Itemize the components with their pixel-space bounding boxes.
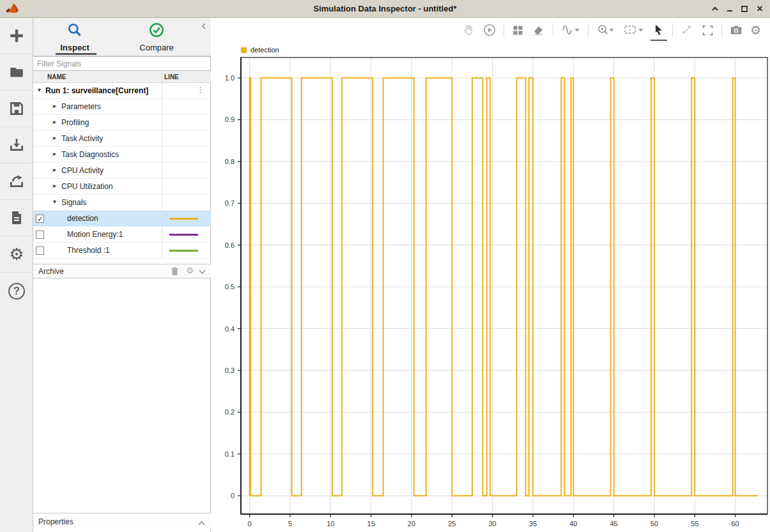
signal-row[interactable]: Motion Energy:1 [33,227,211,243]
group-label: Profiling [61,118,89,127]
signal-tree: ▾ Run 1: surveillance[Current] ⋮ ▸Parame… [33,83,211,259]
cursor-icon [652,23,665,37]
table-header: NAME LINE [33,71,211,83]
active-tool-underline [651,40,667,41]
signal-label: Motion Energy:1 [67,230,123,239]
signal-checkbox[interactable] [36,247,44,255]
clear-subplot-button[interactable] [532,23,546,37]
signals-group-label: Signals [61,198,86,207]
tab-inspect[interactable]: Inspect [36,22,113,52]
collapsed-triangle-icon[interactable]: ▸ [53,182,56,189]
plot-canvas[interactable]: 05101520253035404550556000.10.20.30.40.5… [211,42,770,532]
svg-text:0.8: 0.8 [225,158,235,165]
collapsed-triangle-icon[interactable]: ▸ [53,118,56,125]
svg-text:0: 0 [231,492,235,499]
svg-text:40: 40 [569,520,577,528]
tree-row-group[interactable]: ▸Task Activity [33,131,211,147]
archive-label: Archive [38,267,64,276]
signal-row[interactable]: Threshold :1 [33,243,211,259]
folder-icon [8,64,25,80]
document-icon [9,209,24,226]
svg-text:0.5: 0.5 [225,283,235,291]
fullscreen-button[interactable] [701,24,714,37]
fit-to-view-button[interactable] [622,23,645,37]
svg-text:50: 50 [651,520,658,528]
svg-text:0.4: 0.4 [225,325,235,333]
toolbar-divider [504,23,504,37]
group-label: CPU Activity [61,166,104,175]
expand-button[interactable] [680,23,694,37]
kebab-menu-icon[interactable]: ⋮ [196,85,204,95]
save-icon [8,100,25,117]
collapsed-triangle-icon[interactable]: ▸ [53,166,56,173]
collapse-sidebar-button[interactable] [199,22,208,31]
filter-signals-input[interactable] [33,56,211,71]
tree-row-signals-group[interactable]: ▾ Signals [33,195,211,211]
search-icon [66,22,83,38]
line-style-swatch [169,218,198,220]
svg-text:5: 5 [288,520,292,528]
toolbar-divider [672,23,673,37]
tree-row-group[interactable]: ▸Task Diagnostics [33,147,211,163]
svg-text:60: 60 [731,520,739,528]
tree-row-group[interactable]: ▸Parameters [33,99,211,115]
line-style-swatch [169,234,198,236]
collapsed-triangle-icon[interactable]: ▸ [53,102,56,109]
collapsed-triangle-icon[interactable]: ▸ [53,150,56,157]
tree-row-group[interactable]: ▸CPU Utilization [33,179,211,195]
run-label: Run 1: surveillance[Current] [45,86,148,95]
signal-label: detection [67,214,98,223]
hand-icon [461,23,475,37]
open-button[interactable] [0,54,33,91]
expand-triangle-icon[interactable]: ▾ [38,86,41,93]
export-button[interactable] [0,163,33,200]
pointer-button[interactable] [652,23,665,37]
add-run-button[interactable] [0,18,33,54]
gear-icon[interactable]: ⚙ [186,266,194,275]
zoom-button[interactable] [596,23,615,37]
import-button[interactable] [0,127,33,163]
chevron-down-icon[interactable] [198,267,206,278]
signal-checkbox[interactable]: ✓ [36,215,44,223]
signal-browser-panel: Inspect Compare NAME LINE ▾ Run 1: surve… [33,18,211,532]
pan-button[interactable] [461,23,475,37]
toolbar-divider [553,23,553,37]
minimize-button[interactable] [723,3,736,15]
help-button[interactable]: ? [0,273,33,309]
signal-row[interactable]: ✓detection [33,211,211,227]
create-report-button[interactable] [0,200,33,236]
properties-section[interactable]: Properties [33,513,211,529]
tab-compare[interactable]: Compare [118,22,195,52]
close-button[interactable]: × [753,3,766,15]
collapsed-triangle-icon[interactable]: ▸ [53,134,56,141]
svg-text:0.6: 0.6 [225,241,235,249]
tree-row-group[interactable]: ▸CPU Activity [33,163,211,179]
svg-text:1.0: 1.0 [225,74,235,82]
snapshot-button[interactable] [729,23,743,37]
replay-button[interactable] [482,23,497,37]
chart-settings-button[interactable]: ⚙ [750,24,761,36]
maximize-button[interactable] [738,3,751,15]
svg-text:45: 45 [610,520,617,528]
left-toolstrip: ⚙ ? [0,18,33,532]
collapse-window-button[interactable] [709,3,721,15]
subplots-grid-button[interactable] [511,24,525,37]
save-button[interactable] [0,91,33,127]
signal-options-button[interactable] [560,23,581,37]
tree-row-run[interactable]: ▾ Run 1: surveillance[Current] ⋮ [33,83,211,99]
column-name: NAME [47,73,66,80]
check-circle-icon [148,22,165,38]
signal-checkbox[interactable] [36,231,44,239]
properties-label: Properties [38,517,73,526]
svg-text:30: 30 [489,520,497,528]
expand-triangle-icon[interactable]: ▾ [53,198,56,205]
chevron-up-icon[interactable] [197,519,206,530]
svg-text:15: 15 [367,520,375,528]
svg-text:0: 0 [248,520,252,528]
preferences-button[interactable]: ⚙ [0,236,33,273]
svg-text:55: 55 [691,520,698,528]
tree-row-group[interactable]: ▸Profiling [33,115,211,131]
archive-section[interactable]: Archive ⚙ [33,264,211,278]
group-label: CPU Utilization [61,182,113,191]
trash-icon[interactable] [171,267,179,278]
